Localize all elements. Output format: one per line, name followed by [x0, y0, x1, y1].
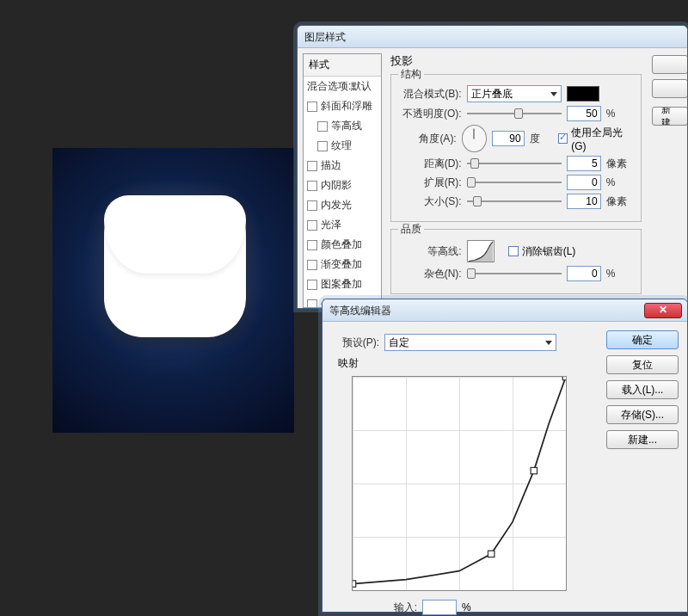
new-button[interactable]: 新建...	[606, 430, 679, 449]
preset-dropdown[interactable]: 自定	[384, 334, 556, 351]
size-slider[interactable]	[467, 194, 562, 208]
contour-editor-title: 等高线编辑器	[329, 305, 391, 317]
svg-rect-1	[488, 551, 494, 557]
effect-斜面和浮雕[interactable]: 斜面和浮雕	[304, 96, 381, 116]
document-canvas	[52, 148, 294, 433]
contour-editor-dialog: 等高线编辑器 ✕ 预设(P): 自定 映射 输入:	[322, 299, 688, 613]
effects-sidebar: 样式 混合选项:默认 斜面和浮雕等高线纹理描边内阴影内发光光泽颜色叠加渐变叠加图…	[303, 53, 382, 308]
shadow-color-chip[interactable]	[567, 86, 599, 102]
ok-button-partial[interactable]	[652, 55, 687, 74]
blend-options-row[interactable]: 混合选项:默认	[304, 77, 381, 96]
angle-input[interactable]: 90	[492, 131, 524, 146]
new-style-button[interactable]: 新建	[652, 107, 687, 126]
load-button[interactable]: 载入(L)...	[606, 380, 679, 399]
sidebar-header: 样式	[304, 54, 381, 77]
effect-settings-panel: 投影 结构 混合模式(B): 正片叠底 不透明度(O): 50 %	[382, 48, 648, 308]
checkbox-icon	[307, 161, 317, 171]
distance-slider[interactable]	[467, 157, 562, 170]
checkbox-icon	[307, 299, 317, 309]
size-input[interactable]: 10	[567, 194, 601, 209]
save-button[interactable]: 存储(S)...	[606, 405, 679, 424]
spread-input[interactable]: 0	[567, 175, 601, 190]
svg-rect-2	[531, 467, 537, 473]
svg-rect-0	[353, 581, 356, 587]
reset-button[interactable]: 复位	[606, 355, 679, 374]
contour-picker[interactable]	[467, 240, 494, 262]
checkbox-icon	[317, 121, 328, 132]
noise-input[interactable]: 0	[567, 266, 601, 281]
layer-style-dialog: 图层样式 样式 混合选项:默认 斜面和浮雕等高线纹理描边内阴影内发光光泽颜色叠加…	[297, 25, 688, 309]
dialog-action-column: 新建	[648, 48, 687, 308]
envelope-flap	[104, 195, 246, 274]
opacity-input[interactable]: 50	[567, 106, 601, 121]
checkbox-icon	[307, 200, 317, 211]
effect-光泽[interactable]: 光泽	[304, 215, 381, 235]
noise-slider[interactable]	[467, 267, 562, 280]
mapping-label: 映射	[338, 356, 598, 371]
effect-图案叠加[interactable]: 图案叠加	[304, 274, 381, 294]
svg-rect-3	[562, 377, 566, 380]
chevron-down-icon	[550, 92, 557, 96]
structure-group: 结构 混合模式(B): 正片叠底 不透明度(O): 50 % 角度	[390, 74, 642, 222]
close-button[interactable]: ✕	[644, 303, 682, 318]
chevron-down-icon	[545, 341, 552, 345]
global-light-checkbox[interactable]: 使用全局光(G)	[558, 126, 632, 152]
effect-纹理[interactable]: 纹理	[304, 136, 381, 156]
checkbox-icon	[307, 181, 317, 191]
spread-slider[interactable]	[467, 176, 562, 189]
angle-dial[interactable]	[462, 125, 488, 152]
quality-group: 品质 等高线: 消除锯齿(L) 杂色(N): 0 %	[390, 229, 642, 294]
distance-input[interactable]: 5	[567, 156, 601, 171]
close-icon: ✕	[659, 304, 667, 316]
effect-描边[interactable]: 描边	[304, 156, 381, 176]
effect-内阴影[interactable]: 内阴影	[304, 176, 381, 195]
contour-editor-titlebar[interactable]: 等高线编辑器	[322, 299, 687, 322]
blend-mode-dropdown[interactable]: 正片叠底	[467, 85, 562, 102]
checkbox-icon	[307, 240, 317, 250]
antialias-checkbox[interactable]: 消除锯齿(L)	[508, 244, 576, 259]
envelope-icon	[104, 195, 246, 337]
checkbox-icon	[307, 102, 317, 112]
checkbox-icon	[307, 280, 317, 290]
effect-颜色叠加[interactable]: 颜色叠加	[304, 235, 381, 255]
contour-curve-editor[interactable]	[352, 376, 567, 591]
ok-button[interactable]: 确定	[606, 330, 679, 349]
curve-input-value[interactable]	[422, 600, 457, 615]
blend-mode-label: 混合模式(B):	[400, 87, 462, 102]
checkbox-icon	[307, 220, 317, 231]
layer-style-title: 图层样式	[304, 31, 346, 43]
checkbox-icon	[317, 141, 328, 151]
effect-渐变叠加[interactable]: 渐变叠加	[304, 255, 381, 274]
effect-等高线[interactable]: 等高线	[304, 116, 381, 136]
layer-style-titlebar[interactable]: 图层样式	[298, 26, 687, 48]
panel-title: 投影	[390, 53, 642, 69]
opacity-slider[interactable]	[467, 107, 562, 120]
cancel-button-partial[interactable]	[652, 79, 687, 98]
effect-内发光[interactable]: 内发光	[304, 195, 381, 215]
checkbox-icon	[307, 260, 317, 270]
